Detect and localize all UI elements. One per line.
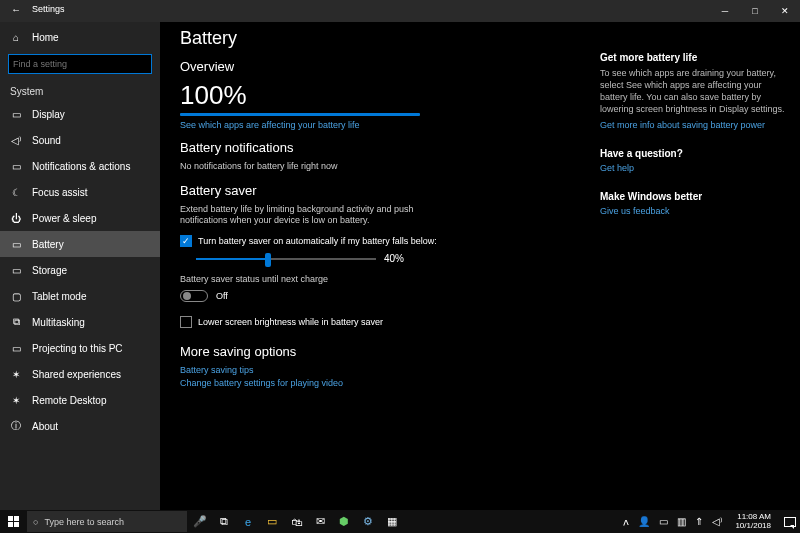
taskbar-search-placeholder: Type here to search [44, 517, 124, 527]
tips-link[interactable]: Battery saving tips [180, 365, 590, 375]
saver-toggle-row[interactable]: Off [180, 290, 590, 302]
right-more-title: Get more battery life [600, 52, 786, 63]
system-tray: ʌ 👤 ▭ ▥ ⇑ ◁⁾ 11:08 AM 10/1/2018 [623, 513, 800, 530]
about-icon: ⓘ [10, 419, 22, 433]
tray-people-icon[interactable]: 👤 [638, 516, 650, 527]
status-label: Battery saver status until next charge [180, 274, 460, 286]
taskbar-search[interactable]: ○ Type here to search [27, 511, 187, 532]
sidebar-item-storage[interactable]: ▭Storage [0, 257, 160, 283]
sidebar-item-about[interactable]: ⓘAbout [0, 413, 160, 439]
action-center-icon[interactable] [784, 517, 796, 527]
storage-icon: ▭ [10, 265, 22, 276]
video-settings-link[interactable]: Change battery settings for playing vide… [180, 378, 590, 388]
settings-window: ← Settings ─ □ ✕ ⌂ Home System ▭Display … [0, 0, 800, 510]
get-help-link[interactable]: Get help [600, 163, 786, 173]
start-button[interactable] [0, 510, 26, 533]
slider-value: 40% [384, 253, 404, 264]
sidebar-item-shared[interactable]: ✶Shared experiences [0, 361, 160, 387]
sidebar-item-power[interactable]: ⏻Power & sleep [0, 205, 160, 231]
slider-track[interactable] [196, 258, 376, 260]
auto-saver-label: Turn battery saver on automatically if m… [198, 236, 437, 246]
sidebar-item-focus[interactable]: ☾Focus assist [0, 179, 160, 205]
saver-desc: Extend battery life by limiting backgrou… [180, 204, 460, 227]
taskbar: ○ Type here to search 🎤 ⧉ e ▭ 🛍 ✉ ⬢ ⚙ ▦ … [0, 510, 800, 533]
sound-icon: ◁⁾ [10, 135, 22, 146]
right-more-link[interactable]: Get more info about saving battery power [600, 120, 786, 130]
sidebar-item-remote[interactable]: ✶Remote Desktop [0, 387, 160, 413]
content: Battery Overview 100% See which apps are… [160, 22, 590, 510]
sidebar: ⌂ Home System ▭Display ◁⁾Sound ▭Notifica… [0, 22, 160, 510]
maximize-button[interactable]: □ [740, 0, 770, 22]
right-more-text: To see which apps are draining your batt… [600, 67, 786, 116]
toggle-state-label: Off [216, 291, 228, 301]
tray-volume-icon[interactable]: ◁⁾ [712, 516, 722, 527]
more-options-heading: More saving options [180, 344, 590, 359]
tray-wifi-icon[interactable]: ⇑ [695, 516, 703, 527]
titlebar: ← Settings ─ □ ✕ [0, 0, 800, 22]
page-title: Battery [180, 28, 590, 49]
cortana-mic-icon[interactable]: 🎤 [188, 510, 212, 533]
app-icon-1[interactable]: ⬢ [332, 510, 356, 533]
toggle-knob [183, 292, 191, 300]
sidebar-item-display[interactable]: ▭Display [0, 101, 160, 127]
windows-logo-icon [8, 516, 19, 527]
search-input[interactable] [8, 54, 152, 74]
sidebar-item-multitasking[interactable]: ⧉Multitasking [0, 309, 160, 335]
task-view-button[interactable]: ⧉ [212, 510, 236, 533]
back-button[interactable]: ← [0, 0, 32, 15]
overview-heading: Overview [180, 59, 590, 74]
tray-battery-icon[interactable]: ▥ [677, 516, 686, 527]
sidebar-search[interactable] [8, 54, 152, 74]
window-title: Settings [32, 0, 65, 14]
remote-icon: ✶ [10, 395, 22, 406]
lower-brightness-label: Lower screen brightness while in battery… [198, 317, 383, 327]
tray-up-icon[interactable]: ʌ [623, 516, 629, 527]
sidebar-item-battery[interactable]: ▭Battery [0, 231, 160, 257]
shared-icon: ✶ [10, 369, 22, 380]
toggle-off[interactable] [180, 290, 208, 302]
home-icon: ⌂ [10, 32, 22, 43]
focus-icon: ☾ [10, 187, 22, 198]
taskbar-clock[interactable]: 11:08 AM 10/1/2018 [731, 513, 775, 530]
project-icon: ▭ [10, 343, 22, 354]
multi-icon: ⧉ [10, 316, 22, 328]
saver-heading: Battery saver [180, 183, 590, 198]
sidebar-item-tablet[interactable]: ▢Tablet mode [0, 283, 160, 309]
sidebar-home[interactable]: ⌂ Home [0, 24, 160, 50]
auto-saver-checkbox-row[interactable]: ✓ Turn battery saver on automatically if… [180, 235, 590, 247]
sidebar-item-sound[interactable]: ◁⁾Sound [0, 127, 160, 153]
sidebar-group-label: System [0, 82, 160, 101]
notifications-heading: Battery notifications [180, 140, 590, 155]
cortana-icon: ○ [33, 517, 38, 527]
threshold-slider[interactable]: 40% [196, 253, 590, 264]
display-icon: ▭ [10, 109, 22, 120]
explorer-icon[interactable]: ▭ [260, 510, 284, 533]
slider-fill [196, 258, 268, 260]
mail-icon[interactable]: ✉ [308, 510, 332, 533]
battery-bar [180, 113, 420, 116]
tray-network-icon[interactable]: ▭ [659, 516, 668, 527]
close-button[interactable]: ✕ [770, 0, 800, 22]
sidebar-item-projecting[interactable]: ▭Projecting to this PC [0, 335, 160, 361]
sidebar-item-notifications[interactable]: ▭Notifications & actions [0, 153, 160, 179]
right-column: Get more battery life To see which apps … [590, 22, 800, 510]
slider-thumb[interactable] [265, 253, 271, 267]
checkbox-checked-icon: ✓ [180, 235, 192, 247]
battery-percent: 100% [180, 80, 590, 111]
edge-icon[interactable]: e [236, 510, 260, 533]
right-question-title: Have a question? [600, 148, 786, 159]
notifications-text: No notifications for battery life right … [180, 161, 460, 173]
store-icon[interactable]: 🛍 [284, 510, 308, 533]
affecting-apps-link[interactable]: See which apps are affecting your batter… [180, 120, 590, 130]
app-icon-2[interactable]: ▦ [380, 510, 404, 533]
lower-brightness-checkbox-row[interactable]: Lower screen brightness while in battery… [180, 316, 590, 328]
battery-icon: ▭ [10, 239, 22, 250]
power-icon: ⏻ [10, 213, 22, 224]
settings-taskbar-icon[interactable]: ⚙ [356, 510, 380, 533]
clock-date: 10/1/2018 [735, 522, 771, 530]
main-area: Battery Overview 100% See which apps are… [160, 22, 800, 510]
tablet-icon: ▢ [10, 291, 22, 302]
minimize-button[interactable]: ─ [710, 0, 740, 22]
feedback-link[interactable]: Give us feedback [600, 206, 786, 216]
notif-icon: ▭ [10, 161, 22, 172]
